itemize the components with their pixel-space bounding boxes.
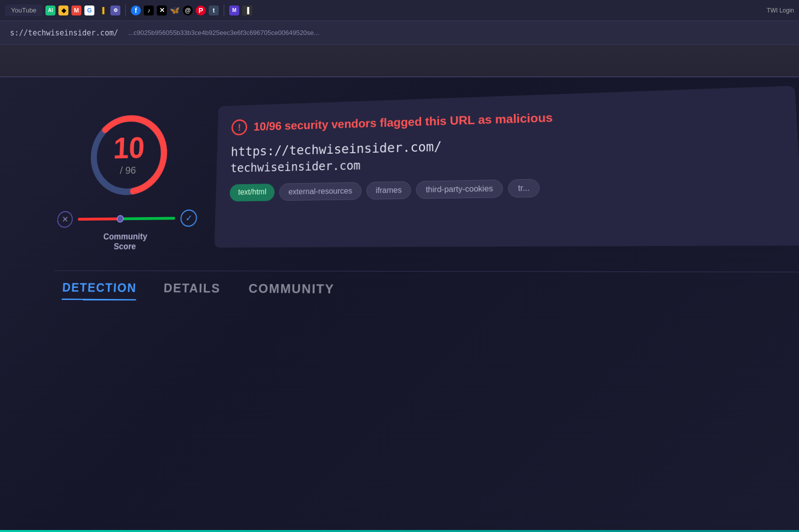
threads-favicon: @ xyxy=(183,5,193,15)
alert-panel: ! 10/96 security vendors flagged this UR… xyxy=(214,86,799,248)
score-total: / 96 xyxy=(112,164,144,177)
bottom-accent xyxy=(0,530,799,532)
address-bar-row: s://techwiseinsider.com/ ...c9025b956055… xyxy=(0,21,799,45)
tumblr-favicon: t xyxy=(209,5,219,15)
tab-details[interactable]: DETAILS xyxy=(163,280,221,301)
google-favicon: G xyxy=(84,5,94,15)
score-text: 10 / 96 xyxy=(112,133,145,177)
chatgpt-favicon: AI xyxy=(45,5,55,15)
tab-detection[interactable]: DETECTION xyxy=(62,280,137,301)
x-favicon: ✕ xyxy=(157,5,167,15)
browser-chrome: YouTube AI ◆ M G ▐ ⚙ f ♪ ✕ 🦋 @ P t M ▐ T… xyxy=(0,0,799,77)
alert-icon: ! xyxy=(231,119,247,136)
browser-tab[interactable]: YouTube xyxy=(5,4,42,16)
extra-favicon: ▐ xyxy=(242,5,252,15)
alert-header: ! 10/96 security vendors flagged this UR… xyxy=(231,102,779,135)
content-wrapper: 10 / 96 ✕ ✓ CommunityScore xyxy=(53,86,799,306)
top-section: 10 / 96 ✕ ✓ CommunityScore xyxy=(55,86,799,252)
tabs-section: DETECTION DETAILS COMMUNITY xyxy=(53,270,799,306)
tag-third-party-cookies[interactable]: third-party-cookies xyxy=(416,180,503,199)
twi-login-label[interactable]: TWI Login xyxy=(767,7,794,14)
tag-extra[interactable]: tr... xyxy=(508,179,540,198)
score-number: 10 xyxy=(113,133,145,163)
tab-bar: YouTube AI ◆ M G ▐ ⚙ f ♪ ✕ 🦋 @ P t M ▐ T… xyxy=(0,0,799,21)
community-slider[interactable] xyxy=(78,217,175,221)
mastodon-favicon: M xyxy=(229,5,239,15)
tiktok-favicon: ♪ xyxy=(144,5,154,15)
tag-external-resources[interactable]: external-resources xyxy=(279,182,362,201)
address-full: ...c9025b956055b33b3ce4b925eec3e6f3c6967… xyxy=(128,29,319,36)
plugin-favicon: ⚙ xyxy=(110,5,120,15)
score-circle: 10 / 96 xyxy=(83,108,174,202)
slider-thumb xyxy=(116,215,124,223)
gmail-favicon: M xyxy=(71,5,81,15)
alert-message: 10/96 security vendors flagged this URL … xyxy=(254,111,553,134)
upvote-button[interactable]: ✓ xyxy=(180,210,197,227)
tab-community[interactable]: COMMUNITY xyxy=(248,281,335,302)
tags-row: text/html external-resources iframes thi… xyxy=(230,175,784,202)
url-section: https://techwiseinsider.com/ techwiseins… xyxy=(230,130,782,175)
tag-iframes[interactable]: iframes xyxy=(367,181,411,200)
downvote-button[interactable]: ✕ xyxy=(57,211,73,228)
bluesky-favicon: 🦋 xyxy=(170,5,180,15)
binance-favicon: ◆ xyxy=(58,5,68,15)
community-score-label: CommunityScore xyxy=(103,232,148,252)
facebook-favicon: f xyxy=(131,5,141,15)
analytics-favicon: ▐ xyxy=(97,5,107,15)
address-short[interactable]: s://techwiseinsider.com/ xyxy=(10,28,118,37)
separator xyxy=(125,4,126,16)
score-panel: 10 / 96 ✕ ✓ CommunityScore xyxy=(55,107,200,252)
main-content: 10 / 96 ✕ ✓ CommunityScore xyxy=(0,77,799,532)
separator2 xyxy=(224,4,224,16)
tag-text-html[interactable]: text/html xyxy=(230,184,275,202)
pinterest-favicon: P xyxy=(196,5,206,15)
